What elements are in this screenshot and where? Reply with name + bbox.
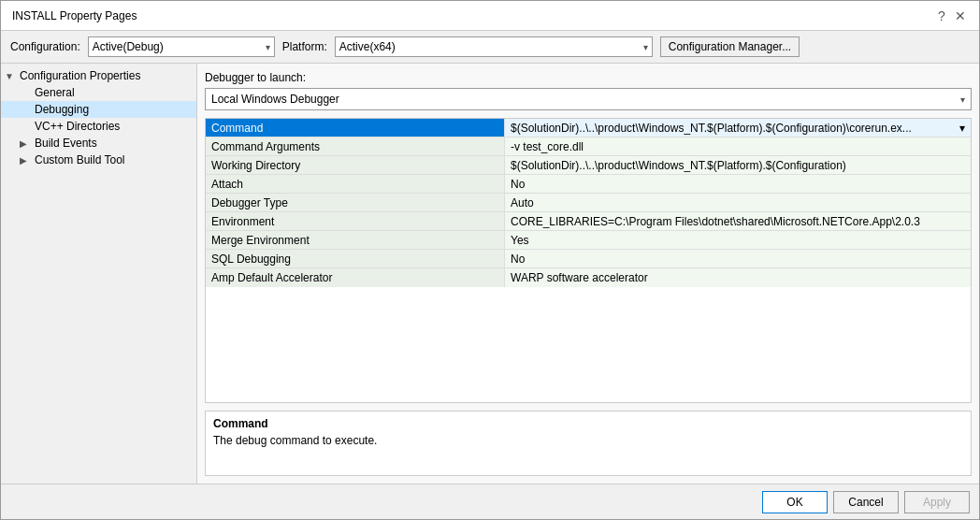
tree-label-vc-directories: VC++ Directories: [35, 120, 120, 133]
prop-name-command-arguments: Command Arguments: [206, 137, 505, 155]
prop-value-environment: CORE_LIBRARIES=C:\Program Files\dotnet\s…: [505, 212, 971, 230]
tree-item-custom-build-tool[interactable]: ▶ Custom Build Tool: [1, 152, 196, 168]
prop-name-working-directory: Working Directory: [206, 156, 505, 174]
prop-row-debugger-type[interactable]: Debugger Type Auto: [206, 194, 971, 212]
tree-item-debugging[interactable]: Debugging: [1, 101, 196, 118]
info-description: The debug command to execute.: [213, 434, 963, 447]
prop-value-command-arguments: -v test_core.dll: [505, 137, 971, 155]
debugger-label: Debugger to launch:: [205, 71, 972, 84]
tree-label-custom-build-tool: Custom Build Tool: [35, 153, 125, 166]
title-bar-left: INSTALL Property Pages: [12, 9, 137, 22]
properties-table: Command $(SolutionDir)..\..\product\Wind…: [205, 118, 972, 403]
prop-row-sql-debugging[interactable]: SQL Debugging No: [206, 250, 971, 268]
prop-name-command: Command: [206, 119, 505, 137]
debugger-select[interactable]: Local Windows Debugger ▾: [205, 88, 972, 110]
title-bar-right: ? ✕: [934, 8, 968, 23]
prop-row-command[interactable]: Command $(SolutionDir)..\..\product\Wind…: [206, 119, 971, 137]
platform-label: Platform:: [282, 40, 327, 53]
tree-arrow-custom: ▶: [20, 155, 35, 166]
configuration-manager-button[interactable]: Configuration Manager...: [660, 36, 800, 57]
prop-name-attach: Attach: [206, 175, 505, 193]
tree-label-build-events: Build Events: [35, 137, 97, 150]
tree-arrow-build: ▶: [20, 138, 35, 149]
bottom-bar: OK Cancel Apply: [1, 484, 979, 519]
debugger-value: Local Windows Debugger: [211, 93, 339, 106]
prop-name-sql-debugging: SQL Debugging: [206, 250, 505, 267]
prop-row-attach[interactable]: Attach No: [206, 175, 971, 194]
help-button[interactable]: ?: [934, 8, 949, 23]
config-value: Active(Debug): [93, 40, 164, 53]
config-bar: Configuration: Active(Debug) ▾ Platform:…: [1, 31, 979, 64]
tree-label-general: General: [35, 86, 75, 99]
close-button[interactable]: ✕: [953, 8, 968, 23]
prop-row-command-arguments[interactable]: Command Arguments -v test_core.dll: [206, 137, 971, 156]
prop-value-command-arrow: ▾: [959, 122, 965, 135]
prop-value-attach: No: [505, 175, 971, 193]
tree-label-config-properties: Configuration Properties: [20, 69, 140, 82]
prop-name-amp-default-accelerator: Amp Default Accelerator: [206, 268, 505, 287]
prop-row-working-directory[interactable]: Working Directory $(SolutionDir)..\..\pr…: [206, 156, 971, 175]
prop-value-sql-debugging: No: [505, 250, 971, 267]
main-content: ▼ Configuration Properties General Debug…: [1, 64, 979, 484]
prop-name-environment: Environment: [206, 212, 505, 230]
prop-value-working-directory: $(SolutionDir)..\..\product\Windows_NT.$…: [505, 156, 971, 174]
tree-arrow-config: ▼: [5, 71, 20, 81]
debugger-dropdown-arrow: ▾: [960, 94, 965, 105]
tree-label-debugging: Debugging: [35, 103, 89, 116]
prop-value-amp-default-accelerator: WARP software accelerator: [505, 268, 971, 287]
prop-name-merge-environment: Merge Environment: [206, 231, 505, 249]
title-bar: INSTALL Property Pages ? ✕: [1, 1, 979, 31]
left-panel: ▼ Configuration Properties General Debug…: [1, 64, 197, 484]
platform-dropdown[interactable]: Active(x64) ▾: [335, 36, 653, 57]
prop-value-command-text: $(SolutionDir)..\..\product\Windows_NT.$…: [511, 122, 912, 135]
tree-item-build-events[interactable]: ▶ Build Events: [1, 135, 196, 152]
main-window: INSTALL Property Pages ? ✕ Configuration…: [0, 0, 980, 520]
configuration-dropdown[interactable]: Active(Debug) ▾: [88, 36, 275, 57]
window-title: INSTALL Property Pages: [12, 9, 137, 22]
tree-item-general[interactable]: General: [1, 84, 196, 101]
info-panel: Command The debug command to execute.: [205, 411, 972, 476]
ok-button[interactable]: OK: [762, 491, 828, 513]
prop-value-command-inner: $(SolutionDir)..\..\product\Windows_NT.$…: [511, 122, 965, 135]
info-title: Command: [213, 417, 963, 430]
tree-item-config-properties[interactable]: ▼ Configuration Properties: [1, 67, 196, 84]
platform-value: Active(x64): [339, 40, 396, 53]
right-panel: Debugger to launch: Local Windows Debugg…: [197, 64, 979, 484]
cancel-button[interactable]: Cancel: [833, 491, 899, 513]
prop-value-command: $(SolutionDir)..\..\product\Windows_NT.$…: [505, 119, 971, 137]
prop-row-amp-default-accelerator[interactable]: Amp Default Accelerator WARP software ac…: [206, 268, 971, 287]
apply-button[interactable]: Apply: [904, 491, 970, 513]
prop-name-debugger-type: Debugger Type: [206, 194, 505, 211]
prop-row-merge-environment[interactable]: Merge Environment Yes: [206, 231, 971, 250]
prop-value-debugger-type: Auto: [505, 194, 971, 211]
prop-value-merge-environment: Yes: [505, 231, 971, 249]
config-label: Configuration:: [10, 40, 80, 53]
tree-item-vc-directories[interactable]: VC++ Directories: [1, 118, 196, 135]
config-dropdown-arrow: ▾: [266, 42, 270, 52]
platform-dropdown-arrow: ▾: [643, 42, 648, 52]
prop-row-environment[interactable]: Environment CORE_LIBRARIES=C:\Program Fi…: [206, 212, 971, 231]
